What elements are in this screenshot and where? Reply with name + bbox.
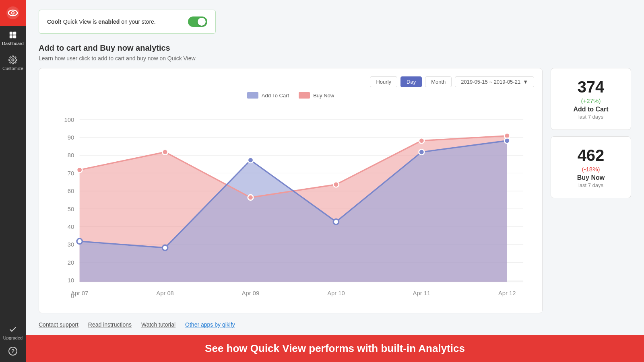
svg-point-3 xyxy=(12,12,14,14)
chart-svg-wrapper: 100 90 80 70 60 50 40 30 20 10 0 xyxy=(47,103,534,305)
svg-point-8 xyxy=(12,59,14,61)
notification-cool: Cool! xyxy=(47,19,62,25)
add-to-cart-change: (+27%) xyxy=(559,97,623,104)
stat-card-buy-now: 462 (-18%) Buy Now last 7 days xyxy=(551,136,631,198)
svg-text:Apr 07: Apr 07 xyxy=(71,290,89,296)
sidebar-item-upgraded[interactable]: Upgraded xyxy=(0,322,26,343)
buy-now-point-4 xyxy=(419,138,424,143)
date-range-text: 2019-05-15 ~ 2019-05-21 xyxy=(461,79,520,85)
notification-text: Cool! Quick View is enabled on your stor… xyxy=(47,19,156,25)
sidebar-item-dashboard[interactable]: Dashboard xyxy=(0,26,26,51)
add-to-cart-point-5 xyxy=(504,138,510,143)
section-title: Add to cart and Buy now analytics xyxy=(39,43,631,53)
legend-color-buy-now xyxy=(299,92,310,99)
other-apps-link[interactable]: Other apps by qikify xyxy=(185,321,235,328)
svg-text:50: 50 xyxy=(68,206,74,212)
buy-now-label: Buy Now xyxy=(559,174,623,181)
add-to-cart-label: Add to Cart xyxy=(559,106,623,113)
bottom-banner-text: See how Quick View performs with built-i… xyxy=(205,342,465,354)
buy-now-change: (-18%) xyxy=(559,166,623,173)
svg-text:30: 30 xyxy=(68,241,74,248)
svg-text:40: 40 xyxy=(68,224,74,230)
legend-label-add-to-cart: Add To Cart xyxy=(262,93,289,99)
add-to-cart-point-4 xyxy=(419,149,424,154)
content-area: Cool! Quick View is enabled on your stor… xyxy=(26,0,644,335)
svg-text:Apr 09: Apr 09 xyxy=(242,290,260,296)
svg-text:100: 100 xyxy=(64,117,74,123)
legend-color-add-to-cart xyxy=(247,92,258,99)
sidebar-item-customize[interactable]: Customize xyxy=(0,51,26,76)
chart-svg: 100 90 80 70 60 50 40 30 20 10 0 xyxy=(47,103,534,303)
sidebar-item-help[interactable]: ? xyxy=(0,343,26,362)
stats-column: 374 (+27%) Add to Cart last 7 days 462 (… xyxy=(551,68,631,198)
sidebar-customize-label: Customize xyxy=(2,66,23,71)
legend-add-to-cart: Add To Cart xyxy=(247,92,289,99)
add-to-cart-point-3 xyxy=(333,219,339,224)
buy-now-number: 462 xyxy=(559,146,623,164)
chart-container: Hourly Day Month 2019-05-15 ~ 2019-05-21… xyxy=(39,68,543,313)
svg-text:Apr 12: Apr 12 xyxy=(498,290,516,296)
footer-links: Contact support Read instructions Watch … xyxy=(39,313,631,331)
chart-section: Hourly Day Month 2019-05-15 ~ 2019-05-21… xyxy=(39,68,631,313)
svg-text:Apr 08: Apr 08 xyxy=(156,290,174,296)
buy-now-point-2 xyxy=(248,195,253,200)
svg-rect-6 xyxy=(10,35,12,38)
day-button[interactable]: Day xyxy=(400,76,422,87)
read-instructions-link[interactable]: Read instructions xyxy=(88,321,132,328)
stat-card-add-to-cart: 374 (+27%) Add to Cart last 7 days xyxy=(551,68,631,130)
watch-tutorial-link[interactable]: Watch tutorial xyxy=(141,321,175,328)
main-content: Cool! Quick View is enabled on your stor… xyxy=(26,0,644,362)
notification-banner: Cool! Quick View is enabled on your stor… xyxy=(39,10,216,34)
sidebar-upgraded-label: Upgraded xyxy=(3,335,23,340)
chart-legend: Add To Cart Buy Now xyxy=(47,92,534,99)
svg-text:10: 10 xyxy=(68,277,74,284)
buy-now-point-3 xyxy=(333,182,339,187)
svg-text:60: 60 xyxy=(68,188,74,194)
contact-support-link[interactable]: Contact support xyxy=(39,321,78,328)
quick-view-toggle[interactable] xyxy=(188,16,207,27)
svg-text:90: 90 xyxy=(68,134,74,141)
add-to-cart-point-1 xyxy=(162,245,167,250)
add-to-cart-number: 374 xyxy=(559,78,623,96)
chart-controls: Hourly Day Month 2019-05-15 ~ 2019-05-21… xyxy=(47,76,534,87)
add-to-cart-point-2 xyxy=(248,157,253,162)
bottom-banner: See how Quick View performs with built-i… xyxy=(26,335,644,362)
svg-rect-5 xyxy=(13,32,16,35)
svg-rect-4 xyxy=(10,32,12,35)
notification-enabled: enabled xyxy=(98,19,120,25)
legend-label-buy-now: Buy Now xyxy=(313,93,334,99)
sidebar: Dashboard Customize Upgraded ? xyxy=(0,0,26,362)
svg-text:Apr 10: Apr 10 xyxy=(327,290,345,296)
section-subtitle: Learn how user click to add to cart and … xyxy=(39,55,631,62)
month-button[interactable]: Month xyxy=(425,76,452,87)
svg-text:70: 70 xyxy=(68,170,74,177)
add-to-cart-point-0 xyxy=(77,239,82,244)
svg-rect-7 xyxy=(13,35,16,38)
sidebar-logo[interactable] xyxy=(0,0,26,26)
add-to-cart-period: last 7 days xyxy=(559,114,623,120)
buy-now-period: last 7 days xyxy=(559,182,623,188)
svg-text:20: 20 xyxy=(68,259,74,266)
sidebar-dashboard-label: Dashboard xyxy=(2,41,24,46)
dropdown-icon: ▼ xyxy=(523,79,528,85)
svg-text:80: 80 xyxy=(68,152,74,158)
date-range-picker[interactable]: 2019-05-15 ~ 2019-05-21 ▼ xyxy=(455,76,534,87)
buy-now-point-1 xyxy=(162,149,167,154)
legend-buy-now: Buy Now xyxy=(299,92,334,99)
buy-now-point-0 xyxy=(77,167,82,173)
svg-text:Apr 11: Apr 11 xyxy=(413,290,431,296)
hourly-button[interactable]: Hourly xyxy=(370,76,397,87)
